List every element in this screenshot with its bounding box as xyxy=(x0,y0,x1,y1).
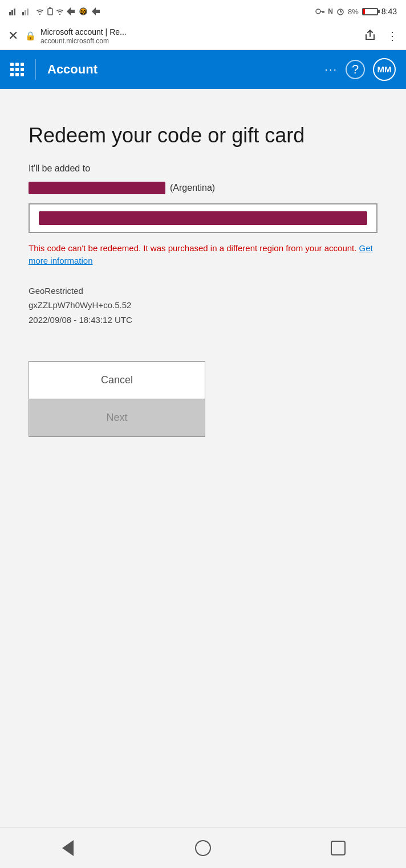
page-url: account.microsoft.com xyxy=(40,37,127,45)
code-input-box[interactable] xyxy=(29,203,377,233)
cancel-button[interactable]: Cancel xyxy=(29,361,205,399)
alarm-icon xyxy=(336,7,344,15)
wifi-icon xyxy=(35,7,44,15)
svg-marker-11 xyxy=(92,7,100,15)
code-input-redacted xyxy=(39,211,367,225)
nav-title: Account xyxy=(47,62,316,77)
svg-rect-5 xyxy=(27,9,29,15)
subtitle: It'll be added to xyxy=(29,163,377,174)
debug-info: GeoRestricted gxZZLpW7h0WyH+co.5.52 2022… xyxy=(29,284,377,327)
main-content: Redeem your code or gift card It'll be a… xyxy=(0,89,406,827)
back-triangle-icon xyxy=(62,840,74,856)
nav-bar: Account ··· ? MM xyxy=(0,50,406,89)
arrow-icon xyxy=(67,7,75,15)
lock-icon: 🔒 xyxy=(25,31,36,41)
svg-point-12 xyxy=(316,9,320,14)
signal-icons: 10 xyxy=(9,7,100,15)
home-circle-icon xyxy=(195,840,211,856)
more-options-icon[interactable]: ⋮ xyxy=(387,29,398,43)
svg-rect-3 xyxy=(22,12,24,15)
account-redacted xyxy=(29,182,165,194)
page-title: Redeem your code or gift card xyxy=(29,123,377,148)
url-text: Microsoft account | Re... account.micros… xyxy=(40,27,127,45)
key-icon xyxy=(315,8,324,15)
debug-line-1: GeoRestricted xyxy=(29,284,377,298)
clock: 8:43 xyxy=(381,7,397,16)
svg-rect-1 xyxy=(11,10,13,15)
page-tab-title: Microsoft account | Re... xyxy=(40,27,127,37)
svg-rect-4 xyxy=(25,10,26,15)
help-icon[interactable]: ? xyxy=(346,60,365,79)
debug-line-2: gxZZLpW7h0WyH+co.5.52 xyxy=(29,298,377,313)
nav-more-icon[interactable]: ··· xyxy=(324,63,338,76)
status-bar: 10 N 8% 8:43 xyxy=(0,0,406,23)
svg-text:10: 10 xyxy=(80,9,86,15)
nav-divider xyxy=(35,59,36,80)
account-row: (Argentina) xyxy=(29,182,377,194)
avatar[interactable]: MM xyxy=(373,58,396,81)
signal-icon-2 xyxy=(22,7,33,15)
browser-chrome: ✕ 🔒 Microsoft account | Re... account.mi… xyxy=(0,23,406,50)
recents-button[interactable] xyxy=(328,838,348,858)
app-grid-icon[interactable] xyxy=(10,63,24,76)
battery-icon xyxy=(362,8,378,15)
status-right: N 8% 8:43 xyxy=(315,7,397,16)
share-icon[interactable] xyxy=(364,28,376,44)
svg-rect-0 xyxy=(9,12,11,15)
arrow-icon-2 xyxy=(92,7,100,15)
svg-rect-2 xyxy=(14,9,15,15)
browser-actions: ⋮ xyxy=(364,28,398,44)
notification-icon: 10 xyxy=(78,7,89,15)
home-button[interactable] xyxy=(193,838,213,858)
country-label: (Argentina) xyxy=(170,183,215,193)
svg-rect-7 xyxy=(49,7,51,9)
battery-percent: 8% xyxy=(348,7,359,16)
svg-rect-6 xyxy=(48,9,52,15)
svg-marker-8 xyxy=(67,7,75,15)
recents-square-icon xyxy=(331,841,346,855)
next-button: Next xyxy=(29,399,205,437)
wifi-icon-2 xyxy=(56,7,64,15)
error-message: This code can't be redeemed. It was purc… xyxy=(29,242,377,268)
nfc-indicator: N xyxy=(328,7,333,15)
buttons-area: Cancel Next xyxy=(29,361,205,437)
debug-line-3: 2022/09/08 - 18:43:12 UTC xyxy=(29,313,377,327)
battery-small-icon xyxy=(47,7,53,15)
signal-icon-1 xyxy=(9,7,19,15)
url-block: 🔒 Microsoft account | Re... account.micr… xyxy=(25,27,357,45)
bottom-nav xyxy=(0,827,406,868)
back-button[interactable] xyxy=(58,838,78,858)
close-tab-button[interactable]: ✕ xyxy=(8,28,18,43)
